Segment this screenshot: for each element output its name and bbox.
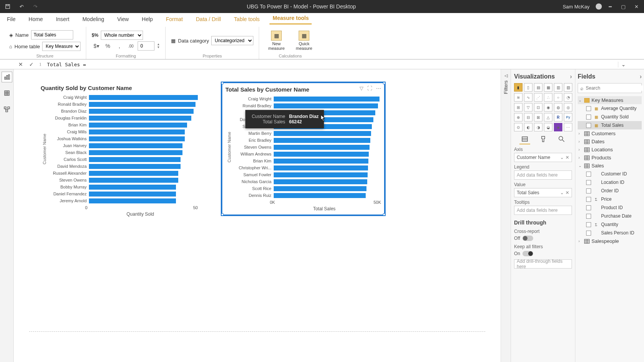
bar-row[interactable]: Craig Wright: [47, 94, 198, 100]
percent-button[interactable]: %: [103, 41, 112, 51]
ribbon-tab-table-tools[interactable]: Table tools: [231, 14, 263, 25]
viz-type-4[interactable]: ▥: [554, 83, 562, 92]
axis-remove-icon[interactable]: ✕: [565, 155, 569, 160]
bar[interactable]: [89, 136, 185, 141]
bar[interactable]: [274, 131, 371, 136]
bar[interactable]: [89, 143, 182, 148]
data-category-select[interactable]: Uncategorized: [211, 36, 253, 45]
field-total-sales[interactable]: ▦Total Sales: [578, 121, 642, 129]
bar[interactable]: [274, 165, 368, 170]
field-checkbox[interactable]: [586, 188, 591, 193]
viz-type-2[interactable]: ▤: [534, 83, 542, 92]
bar[interactable]: [274, 193, 366, 198]
bar-row[interactable]: Jeremy Arnold: [47, 198, 198, 204]
formula-cancel-icon[interactable]: ✕: [15, 60, 26, 69]
drill-through-well[interactable]: Add drill-through fields here: [514, 259, 572, 269]
viz-type-1[interactable]: ▯: [524, 83, 532, 92]
bar[interactable]: [89, 150, 182, 155]
new-measure-button[interactable]: ▦ New measure: [264, 30, 288, 51]
field-order-id[interactable]: Order ID: [578, 187, 642, 195]
viz-type-21[interactable]: △: [544, 113, 552, 121]
bar[interactable]: [89, 102, 196, 107]
bar[interactable]: [89, 109, 194, 114]
formula-text[interactable]: Total Sales =: [44, 62, 618, 67]
collapse-fields-icon[interactable]: ›: [640, 73, 642, 80]
visual-total-sales[interactable]: ▽ ⛶ ⋯ Total Sales by Customer Name Custo…: [221, 82, 386, 216]
viz-type-8[interactable]: ⋰: [534, 93, 542, 102]
user-name[interactable]: Sam McKay: [563, 4, 590, 10]
visual-quantity-sold[interactable]: Quantity Sold by Customer Name Customer …: [41, 85, 198, 217]
format-tab-icon[interactable]: [538, 134, 549, 144]
bar[interactable]: [89, 157, 181, 162]
keep-filters-toggle[interactable]: [522, 251, 533, 256]
field-average-quantity[interactable]: ▦Average Quantity: [578, 104, 642, 113]
field-price[interactable]: ΣPrice: [578, 195, 642, 203]
ribbon-tab-format[interactable]: Format: [163, 14, 186, 25]
bar-row[interactable]: Bobby Murray: [47, 184, 198, 190]
ribbon-tab-data-drill[interactable]: Data / Drill: [193, 14, 224, 25]
bar[interactable]: [89, 192, 176, 197]
comma-button[interactable]: ,: [115, 41, 124, 51]
formula-commit-icon[interactable]: ✓: [26, 60, 37, 69]
chevron-icon[interactable]: ›: [578, 239, 582, 243]
table-sales[interactable]: ⌄Sales: [578, 162, 642, 170]
ribbon-tab-file[interactable]: File: [4, 14, 19, 25]
bar-row[interactable]: Steven Owens: [47, 177, 198, 183]
value-chevron-icon[interactable]: ⌄: [560, 190, 564, 195]
table-customers[interactable]: ›Customers: [578, 129, 642, 138]
bar-row[interactable]: Sean Black: [47, 149, 198, 156]
viz-type-9[interactable]: ∴: [544, 93, 552, 102]
field-customer-id[interactable]: Customer ID: [578, 170, 642, 178]
home-table-select[interactable]: Key Measures: [42, 42, 80, 51]
bar-row[interactable]: Samuel Fowler: [232, 172, 381, 178]
viz-type-26[interactable]: ◑: [534, 123, 542, 131]
chevron-icon[interactable]: ⌄: [578, 98, 582, 102]
ribbon-tab-modeling[interactable]: Modeling: [79, 14, 107, 25]
field-checkbox[interactable]: [586, 106, 591, 111]
tooltips-well[interactable]: Add data fields here: [514, 206, 572, 215]
fields-tab-icon[interactable]: [519, 134, 530, 144]
axis-well[interactable]: Customer Name⌄✕: [514, 153, 572, 162]
viz-type-23[interactable]: Py: [564, 113, 572, 121]
bar-row[interactable]: Ronald Bradley: [47, 101, 198, 107]
table-locations[interactable]: ›Locations: [578, 146, 642, 154]
bar-row[interactable]: Steven Owens: [232, 144, 381, 150]
ribbon-tab-measure-tools[interactable]: Measure tools: [269, 13, 312, 25]
field-checkbox[interactable]: [586, 197, 591, 202]
bar[interactable]: [89, 116, 191, 121]
field-checkbox[interactable]: [586, 205, 591, 210]
ribbon-tab-view[interactable]: View: [114, 14, 132, 25]
field-checkbox[interactable]: [586, 222, 591, 227]
viz-type-12[interactable]: ⊞: [514, 103, 522, 111]
bar-row[interactable]: Juan Harvey: [47, 143, 198, 149]
chevron-icon[interactable]: ›: [578, 139, 582, 144]
table-salespeople[interactable]: ›Salespeople: [578, 237, 642, 245]
viz-type-16[interactable]: ◍: [554, 103, 562, 111]
redo-icon[interactable]: ↷: [31, 2, 40, 11]
bar[interactable]: [274, 152, 369, 157]
bar[interactable]: [89, 198, 176, 203]
field-checkbox[interactable]: [586, 180, 591, 185]
filters-pane-collapsed[interactable]: ◁ Filters: [501, 69, 511, 362]
viz-type-20[interactable]: ⊠: [534, 113, 542, 121]
viz-type-13[interactable]: ▽: [524, 103, 532, 111]
viz-type-29[interactable]: ⋯: [564, 123, 572, 131]
field-quantity[interactable]: ΣQuantity: [578, 220, 642, 229]
bar[interactable]: [274, 103, 378, 108]
fields-search[interactable]: ⌕: [578, 83, 642, 93]
ribbon-tab-help[interactable]: Help: [139, 14, 156, 25]
bar-row[interactable]: Daniel Fernandez: [47, 191, 198, 197]
bar[interactable]: [89, 95, 198, 100]
bar[interactable]: [274, 172, 368, 177]
field-location-id[interactable]: Location ID: [578, 178, 642, 187]
field-sales-person-id[interactable]: Sales Person ID: [578, 229, 642, 237]
bar-row[interactable]: Martin Berry: [232, 130, 381, 136]
viz-type-24[interactable]: ⊙: [514, 123, 522, 131]
table-products[interactable]: ›Products: [578, 154, 642, 162]
viz-type-14[interactable]: ⊡: [534, 103, 542, 111]
chevron-icon[interactable]: ⌄: [578, 164, 582, 168]
cross-report-toggle[interactable]: [522, 236, 533, 241]
bar-row[interactable]: Eric Bradley: [232, 137, 381, 143]
bar[interactable]: [274, 186, 366, 191]
viz-type-11[interactable]: ◔: [564, 93, 572, 102]
